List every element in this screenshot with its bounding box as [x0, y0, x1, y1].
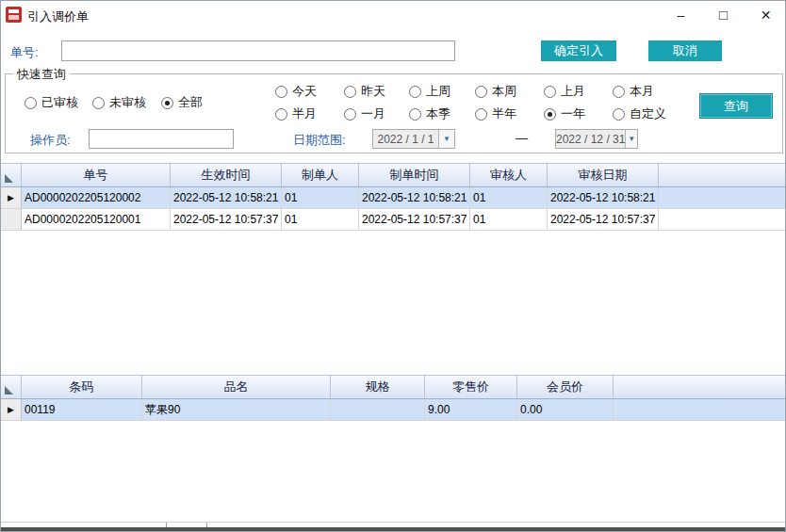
- radio-one-month[interactable]: 一月: [344, 105, 385, 122]
- close-icon[interactable]: ✕: [745, 1, 786, 29]
- cell-auditor[interactable]: 01: [470, 187, 548, 208]
- cancel-button[interactable]: 取消: [648, 40, 722, 61]
- cell-member-price[interactable]: 0.00: [517, 399, 614, 420]
- radio-custom[interactable]: 自定义: [613, 105, 666, 122]
- radio-label: 昨天: [361, 83, 385, 100]
- radio-this-week[interactable]: 本周: [475, 83, 516, 100]
- radio-label: 全部: [178, 94, 203, 111]
- radio-label: 一月: [361, 105, 385, 122]
- cell-order-no[interactable]: AD0000202205120002: [22, 187, 171, 208]
- column-header-create-time[interactable]: 制单时间: [359, 164, 470, 186]
- cell-create-time[interactable]: 2022-05-12 10:58:21: [359, 187, 470, 208]
- cell-auditor[interactable]: 01: [470, 209, 548, 230]
- radio-yesterday[interactable]: 昨天: [344, 83, 385, 100]
- chevron-down-icon[interactable]: ▼: [625, 130, 637, 148]
- radio-icon: [344, 108, 356, 121]
- radio-label: 今天: [292, 83, 317, 100]
- column-header-creator[interactable]: 制单人: [282, 164, 359, 186]
- cell-product-name[interactable]: 苹果90: [142, 399, 331, 420]
- corner-triangle-icon: [5, 386, 13, 395]
- query-button[interactable]: 查询: [699, 93, 773, 119]
- orders-grid-header: 单号 生效时间 制单人 制单时间 审核人 审核日期: [1, 163, 786, 187]
- cell-filler: [659, 209, 786, 230]
- date-to-select[interactable]: 2022 / 12 / 31 ▼: [555, 129, 638, 149]
- maximize-icon[interactable]: □: [702, 1, 745, 29]
- radio-icon: [544, 86, 556, 98]
- column-header-filler: [614, 376, 786, 398]
- column-header-audit-date[interactable]: 审核日期: [548, 164, 659, 186]
- radio-all[interactable]: 全部: [161, 94, 203, 111]
- quick-query-group: 快速查询 已审核 未审核 全部 今天 昨天 上周 本周 上月 本月 半月 一月 …: [5, 73, 783, 153]
- minimize-icon[interactable]: –: [660, 1, 702, 29]
- radio-last-week[interactable]: 上周: [409, 83, 450, 100]
- radio-icon: [409, 108, 421, 121]
- date-to-value: 2022 / 12 / 31: [556, 130, 625, 148]
- items-grid: 条码 品名 规格 零售价 会员价 ▶ 00119 苹果90 9.00 0.00: [1, 375, 786, 421]
- column-header-order-no[interactable]: 单号: [22, 164, 171, 186]
- radio-today[interactable]: 今天: [275, 83, 317, 100]
- cell-barcode[interactable]: 00119: [22, 399, 142, 420]
- date-from-select[interactable]: 2022 / 1 / 1 ▼: [372, 129, 455, 149]
- radio-label: 半月: [292, 105, 317, 122]
- radio-label: 一年: [561, 105, 585, 122]
- radio-label: 本周: [492, 83, 516, 100]
- chevron-down-icon[interactable]: ▼: [438, 130, 454, 148]
- radio-last-month[interactable]: 上月: [544, 83, 585, 100]
- radio-unaudited[interactable]: 未审核: [92, 94, 146, 111]
- cell-effective-time[interactable]: 2022-05-12 10:57:37: [171, 209, 282, 230]
- column-header-auditor[interactable]: 审核人: [470, 164, 548, 186]
- radio-one-year[interactable]: 一年: [544, 105, 585, 122]
- table-row[interactable]: ▶ AD0000202205120002 2022-05-12 10:58:21…: [1, 187, 786, 209]
- cell-effective-time[interactable]: 2022-05-12 10:58:21: [171, 187, 282, 208]
- cell-create-time[interactable]: 2022-05-12 10:57:37: [359, 209, 470, 230]
- cell-creator[interactable]: 01: [282, 209, 359, 230]
- cell-order-no[interactable]: AD0000202205120001: [22, 209, 171, 230]
- radio-label: 未审核: [109, 94, 146, 111]
- cell-retail-price[interactable]: 9.00: [425, 399, 517, 420]
- table-row[interactable]: ▶ 00119 苹果90 9.00 0.00: [1, 399, 786, 421]
- select-all-corner[interactable]: [1, 164, 22, 186]
- radio-icon: [344, 86, 356, 98]
- radio-label: 自定义: [630, 105, 666, 122]
- orders-grid: 单号 生效时间 制单人 制单时间 审核人 审核日期 ▶ AD0000202205…: [1, 163, 786, 231]
- radio-this-quarter[interactable]: 本季: [409, 105, 450, 122]
- radio-half-month[interactable]: 半月: [275, 105, 317, 122]
- cell-filler: [659, 187, 786, 208]
- column-header-product-name[interactable]: 品名: [142, 376, 331, 398]
- row-selector[interactable]: ▶: [1, 187, 22, 208]
- cell-audit-date[interactable]: 2022-05-12 10:57:37: [548, 209, 659, 230]
- table-row[interactable]: AD0000202205120001 2022-05-12 10:57:37 0…: [1, 209, 786, 231]
- select-all-corner[interactable]: [1, 376, 22, 398]
- column-header-member-price[interactable]: 会员价: [517, 376, 614, 398]
- order-no-input[interactable]: [61, 40, 455, 61]
- column-header-effective-time[interactable]: 生效时间: [171, 164, 282, 186]
- column-header-barcode[interactable]: 条码: [22, 376, 142, 398]
- radio-label: 上周: [426, 83, 450, 100]
- confirm-import-button[interactable]: 确定引入: [541, 40, 616, 61]
- radio-label: 上月: [561, 83, 585, 100]
- radio-icon: [544, 108, 556, 121]
- radio-label: 本季: [426, 105, 450, 122]
- cell-audit-date[interactable]: 2022-05-12 10:58:21: [548, 187, 659, 208]
- row-selector[interactable]: ▶: [1, 399, 22, 420]
- radio-this-month[interactable]: 本月: [613, 83, 654, 100]
- radio-label: 已审核: [41, 94, 78, 111]
- radio-icon: [613, 86, 625, 98]
- radio-half-year[interactable]: 半年: [475, 105, 516, 122]
- date-from-value: 2022 / 1 / 1: [373, 130, 438, 148]
- column-header-spec[interactable]: 规格: [331, 376, 425, 398]
- operator-label: 操作员:: [30, 132, 71, 149]
- row-selector[interactable]: [1, 209, 22, 230]
- radio-audited[interactable]: 已审核: [25, 94, 78, 111]
- radio-icon: [25, 97, 37, 109]
- column-header-retail-price[interactable]: 零售价: [425, 376, 517, 398]
- order-no-label: 单号:: [10, 44, 39, 61]
- bottom-divider: [1, 522, 786, 523]
- radio-icon: [161, 97, 173, 109]
- bottom-dark-strip: [1, 527, 786, 531]
- radio-icon: [275, 108, 287, 121]
- app-icon: [6, 7, 22, 23]
- cell-creator[interactable]: 01: [282, 187, 359, 208]
- operator-input[interactable]: [89, 129, 234, 149]
- cell-spec[interactable]: [331, 399, 425, 420]
